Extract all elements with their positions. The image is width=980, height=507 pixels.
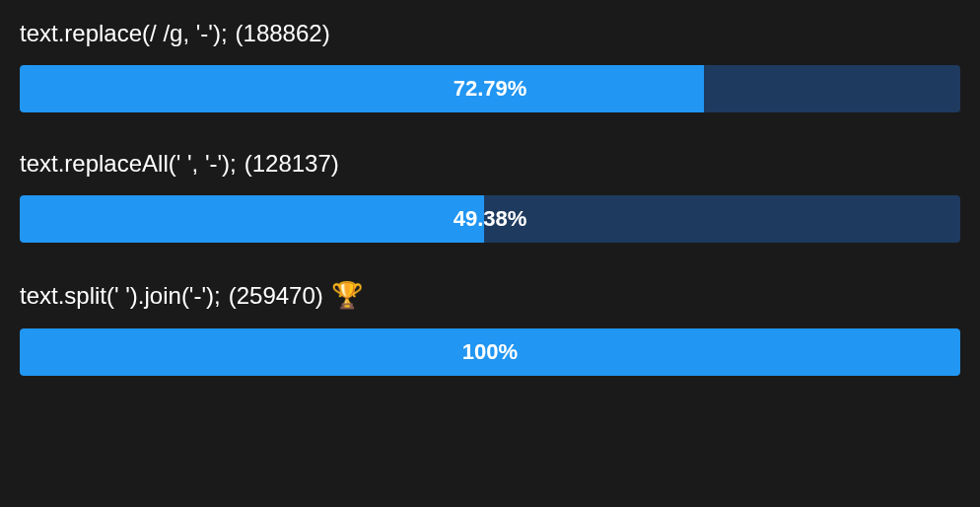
benchmark-item: text.replace(/ /g, '-');(188862)72.79% (20, 20, 960, 112)
progress-bar-value: 72.79% (454, 76, 527, 102)
benchmark-list: text.replace(/ /g, '-');(188862)72.79%te… (20, 20, 960, 376)
trophy-icon: 🏆 (331, 280, 363, 311)
benchmark-label: text.replaceAll(' ', '-');(128137) (20, 150, 960, 178)
benchmark-code: text.replaceAll(' ', '-'); (20, 150, 237, 178)
progress-bar-value: 100% (462, 339, 518, 365)
progress-bar-value: 49.38% (454, 206, 527, 232)
progress-bar: 49.38% (20, 195, 960, 243)
progress-bar: 72.79% (20, 65, 960, 112)
progress-bar-fill (20, 195, 484, 243)
benchmark-code: text.replace(/ /g, '-'); (20, 20, 228, 47)
benchmark-ops: (188862) (236, 20, 330, 47)
benchmark-item: text.split(' ').join('-');(259470)🏆100% (20, 280, 960, 376)
benchmark-label: text.replace(/ /g, '-');(188862) (20, 20, 960, 47)
benchmark-ops: (259470) (229, 282, 323, 310)
progress-bar-fill (20, 65, 704, 112)
progress-bar: 100% (20, 328, 960, 376)
benchmark-label: text.split(' ').join('-');(259470)🏆 (20, 280, 960, 311)
benchmark-code: text.split(' ').join('-'); (20, 282, 221, 310)
benchmark-ops: (128137) (245, 150, 339, 178)
benchmark-item: text.replaceAll(' ', '-');(128137)49.38% (20, 150, 960, 243)
